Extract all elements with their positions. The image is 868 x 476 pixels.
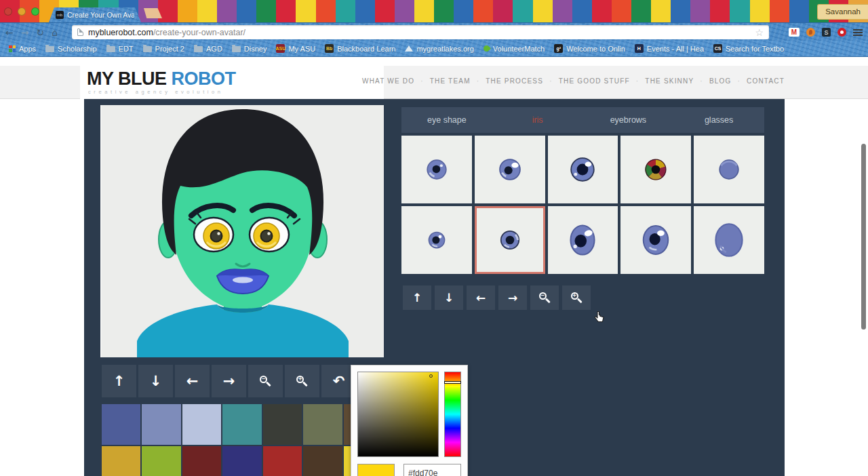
theme-stripe — [355, 0, 375, 22]
move-down-button[interactable]: ↓ — [435, 285, 463, 310]
nav-item-the-good-stuff[interactable]: THE GOOD STUFF — [559, 77, 630, 85]
forward-icon[interactable]: → — [21, 28, 29, 37]
zoom-out-icon: − — [539, 292, 551, 304]
nav-item-the-team[interactable]: THE TEAM — [430, 77, 471, 85]
saturation-value-field[interactable] — [357, 372, 439, 457]
page-scrollbar-thumb[interactable] — [861, 144, 866, 330]
site-logo[interactable]: MY BLUE ROBOT — [87, 68, 236, 90]
bookmark-label: Blackboard Learn — [337, 45, 395, 53]
move-left-button[interactable]: ← — [175, 365, 210, 397]
iris-option-8[interactable] — [548, 206, 618, 274]
iris-option-6[interactable] — [401, 206, 472, 274]
bookmark-item[interactable]: g²Welcome to Onlin — [549, 44, 630, 53]
back-icon[interactable]: ← — [5, 28, 14, 37]
palette-swatch[interactable] — [102, 404, 140, 445]
iris-option-9[interactable] — [620, 206, 691, 274]
circle-extension-icon[interactable] — [837, 28, 846, 37]
iris-option-7[interactable] — [475, 206, 545, 274]
url-text[interactable]: mybluerobot.com/create-your-own-avatar/ — [88, 28, 245, 37]
page-icon — [77, 28, 83, 36]
nav-item-blog[interactable]: BLOG — [709, 77, 732, 85]
iris-option-3[interactable] — [548, 136, 618, 203]
palette-swatch[interactable] — [142, 446, 180, 476]
bookmark-item[interactable]: EDT — [102, 45, 138, 53]
palette-swatch[interactable] — [303, 404, 342, 445]
bookmark-item[interactable]: AGD — [189, 45, 227, 53]
hue-slider[interactable] — [444, 372, 461, 457]
browser-tab[interactable]: mb Create Your Own Avat... — [49, 7, 141, 22]
bookmark-item[interactable]: Project 2 — [138, 45, 189, 53]
palette-swatch[interactable] — [222, 404, 261, 445]
move-up-button[interactable]: ↑ — [102, 365, 136, 397]
palette-swatch[interactable] — [142, 404, 180, 445]
theme-stripe — [690, 0, 710, 22]
palette-swatch[interactable] — [182, 446, 221, 476]
nav-separator: · — [636, 77, 639, 85]
move-down-button[interactable]: ↓ — [138, 365, 173, 397]
nav-item-what-we-do[interactable]: WHAT WE DO — [362, 77, 414, 85]
gmail-extension-icon[interactable]: M — [789, 28, 800, 37]
nav-separator: · — [420, 77, 424, 85]
arrow-left-icon: ← — [476, 291, 486, 304]
hue-marker[interactable] — [444, 381, 461, 384]
iris-option-1[interactable] — [401, 136, 472, 203]
nav-item-the-skinny[interactable]: THE SKINNY — [645, 77, 694, 85]
palette-swatch[interactable] — [182, 404, 221, 445]
refresh-icon[interactable]: ↻ — [36, 28, 44, 37]
flame-extension-icon[interactable] — [806, 28, 815, 37]
bookmark-item[interactable]: Disney — [227, 45, 272, 53]
avatar-preview-canvas[interactable] — [102, 105, 384, 357]
iris-option-10[interactable] — [694, 206, 764, 274]
theme-stripe — [473, 0, 493, 22]
palette-swatch[interactable] — [263, 446, 302, 476]
editor-tab-glasses[interactable]: glasses — [673, 107, 764, 133]
browser-chrome: mb Create Your Own Avat... Savannah ← → … — [0, 0, 868, 57]
move-left-button[interactable]: ← — [467, 285, 495, 310]
zoom-in-button[interactable]: + — [285, 365, 319, 397]
move-up-button[interactable]: ↑ — [403, 285, 431, 310]
bookmark-item[interactable]: HEvents - All | Hea — [630, 44, 709, 53]
maximize-window-button[interactable] — [31, 7, 39, 16]
iris-option-2[interactable] — [475, 136, 545, 203]
bookmark-item[interactable]: ASUMy ASU — [271, 44, 320, 53]
bookmark-item[interactable]: CSSearch for Textbo — [709, 44, 789, 53]
close-window-button[interactable] — [4, 7, 12, 16]
site-badge-icon: CS — [713, 44, 722, 53]
move-right-button[interactable]: → — [212, 365, 246, 397]
iris-option-5[interactable] — [694, 136, 764, 203]
hex-color-input[interactable] — [408, 469, 456, 476]
zoom-out-button[interactable]: − — [530, 285, 559, 310]
arrow-right-icon: → — [508, 291, 517, 304]
iris-option-grid — [401, 136, 764, 274]
palette-swatch[interactable] — [303, 446, 342, 476]
editor-tab-eyebrows[interactable]: eyebrows — [583, 107, 674, 133]
bookmark-item[interactable]: Scholarship — [41, 45, 101, 53]
bookmark-item[interactable]: Apps — [4, 45, 41, 53]
address-bar[interactable]: mybluerobot.com/create-your-own-avatar/ … — [72, 25, 769, 39]
home-icon[interactable]: ⌂ — [52, 28, 58, 37]
tab-favicon-icon: mb — [56, 11, 64, 19]
menu-icon[interactable] — [853, 29, 863, 36]
profile-name-badge[interactable]: Savannah — [817, 4, 868, 20]
iris-option-4[interactable] — [620, 136, 691, 203]
sv-marker[interactable] — [429, 374, 433, 378]
theme-stripe — [710, 0, 730, 22]
nav-item-contact[interactable]: CONTACT — [747, 77, 785, 85]
zoom-out-button[interactable]: − — [248, 365, 283, 397]
bookmark-item[interactable]: mygreatlakes.org — [400, 45, 478, 53]
palette-swatch[interactable] — [102, 446, 140, 476]
logo-tagline: creative agency evolution — [88, 89, 224, 95]
palette-swatch[interactable] — [263, 404, 302, 445]
palette-swatch[interactable] — [222, 446, 261, 476]
s-extension-icon[interactable]: S — [822, 28, 831, 37]
nav-item-the-process[interactable]: THE PROCESS — [486, 77, 543, 85]
bookmark-star-icon[interactable]: ☆ — [755, 27, 764, 38]
editor-tab-eye-shape[interactable]: eye shape — [401, 107, 492, 133]
bookmark-item[interactable]: BbBlackboard Learn — [320, 44, 400, 53]
bookmark-item[interactable]: VolunteerMatch — [479, 45, 549, 53]
editor-tab-iris[interactable]: iris — [492, 107, 583, 133]
move-right-button[interactable]: → — [498, 285, 527, 310]
minimize-window-button[interactable] — [18, 7, 26, 16]
zoom-in-button[interactable]: + — [562, 285, 591, 310]
arrow-left-icon: ← — [186, 373, 199, 389]
